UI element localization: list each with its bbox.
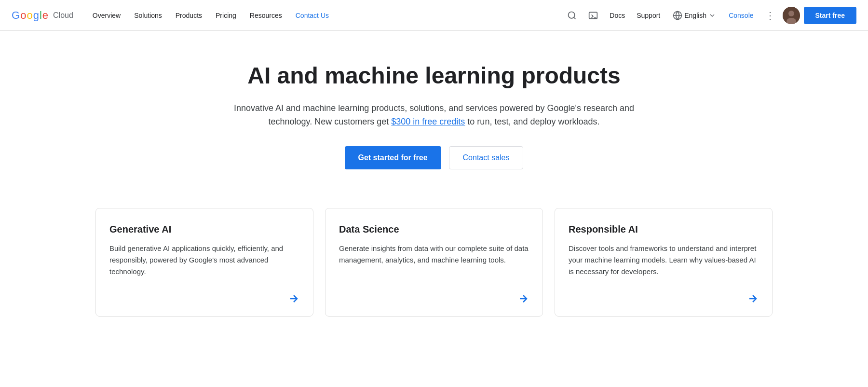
card-arrow-responsible-ai [569, 293, 759, 304]
card-desc-generative-ai: Build generative AI applications quickly… [109, 243, 299, 277]
get-started-button[interactable]: Get started for free [345, 146, 441, 169]
card-title-data-science: Data Science [339, 224, 529, 235]
cards-grid: Generative AI Build generative AI applic… [95, 208, 773, 317]
hero-desc-after: to run, test, and deploy workloads. [465, 117, 599, 126]
card-title-generative-ai: Generative AI [109, 224, 299, 235]
arrow-right-icon [517, 293, 529, 304]
card-desc-responsible-ai: Discover tools and frameworks to underst… [569, 243, 759, 277]
hero-description: Innovative AI and machine learning produ… [229, 101, 639, 129]
globe-icon [673, 11, 682, 20]
generative-ai-card[interactable]: Generative AI Build generative AI applic… [95, 208, 313, 317]
arrow-right-icon [747, 293, 759, 304]
language-button[interactable]: English [668, 7, 721, 24]
start-free-button[interactable]: Start free [804, 7, 856, 24]
terminal-icon [588, 11, 598, 20]
page-title: AI and machine learning products [229, 62, 639, 90]
nav-overview[interactable]: Overview [87, 8, 126, 23]
nav-pricing[interactable]: Pricing [210, 8, 242, 23]
arrow-right-icon [288, 293, 299, 304]
card-arrow-generative-ai [109, 293, 299, 304]
google-wordmark: Google [12, 9, 48, 22]
docs-link[interactable]: Docs [606, 8, 629, 23]
search-button[interactable] [563, 7, 581, 24]
card-desc-data-science: Generate insights from data with our com… [339, 243, 529, 277]
cards-section: Generative AI Build generative AI applic… [0, 193, 868, 347]
nav-solutions[interactable]: Solutions [128, 8, 168, 23]
svg-line-1 [574, 17, 576, 19]
contact-sales-button[interactable]: Contact sales [449, 146, 524, 169]
user-avatar[interactable] [783, 7, 800, 24]
language-label: English [684, 12, 706, 19]
search-icon [567, 11, 577, 20]
card-arrow-data-science [339, 293, 529, 304]
hero-buttons: Get started for free Contact sales [229, 146, 639, 169]
terminal-button[interactable] [584, 7, 602, 24]
svg-point-0 [569, 12, 575, 18]
navbar: Google Cloud Overview Solutions Products… [0, 0, 868, 31]
nav-resources[interactable]: Resources [244, 8, 288, 23]
hero-section: AI and machine learning products Innovat… [0, 31, 868, 193]
console-link[interactable]: Console [725, 8, 757, 23]
support-link[interactable]: Support [633, 8, 664, 23]
data-science-card[interactable]: Data Science Generate insights from data… [325, 208, 543, 317]
svg-point-7 [788, 11, 794, 16]
avatar-icon [783, 7, 800, 24]
more-options-icon: ⋮ [765, 10, 775, 21]
chevron-down-icon [708, 12, 716, 19]
nav-links: Overview Solutions Products Pricing Reso… [87, 8, 563, 23]
more-options-button[interactable]: ⋮ [761, 6, 779, 25]
responsible-ai-card[interactable]: Responsible AI Discover tools and framew… [555, 208, 773, 317]
free-credits-link[interactable]: $300 in free credits [391, 117, 465, 126]
nav-contact-us[interactable]: Contact Us [290, 8, 335, 23]
cloud-wordmark: Cloud [53, 11, 73, 20]
nav-products[interactable]: Products [170, 8, 208, 23]
card-title-responsible-ai: Responsible AI [569, 224, 759, 235]
logo-link[interactable]: Google Cloud [12, 9, 73, 22]
nav-right-section: Docs Support English Console ⋮ Start [563, 6, 856, 25]
